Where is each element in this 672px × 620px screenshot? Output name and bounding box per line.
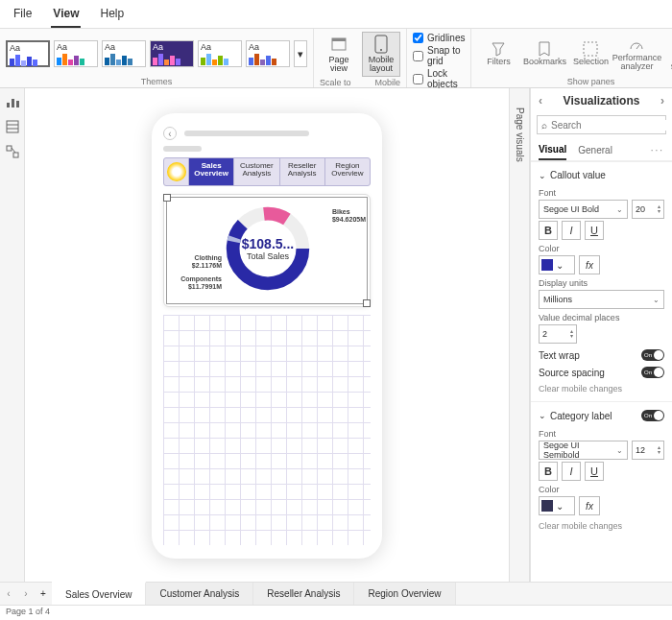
phone-tab-customer[interactable]: Customer Analysis xyxy=(234,158,279,185)
page-tab-region[interactable]: Region Overview xyxy=(354,583,455,605)
label-textwrap: Text wrap xyxy=(539,350,580,361)
mobile-layout-button[interactable]: Mobile layout xyxy=(362,32,400,77)
italic-button[interactable]: I xyxy=(562,221,581,240)
model-view-icon[interactable] xyxy=(5,144,20,159)
clear-mobile-link-2[interactable]: Clear mobile changes xyxy=(539,521,664,531)
format-tab-visual[interactable]: Visual xyxy=(539,140,566,160)
subtitle-placeholder xyxy=(163,146,202,152)
perf-pane-button[interactable]: Performance analyzer xyxy=(615,36,658,73)
sync-pane-button[interactable]: Sync slicers xyxy=(661,36,672,73)
label-font-2: Font xyxy=(539,429,664,439)
back-arrow-icon[interactable]: ‹ xyxy=(163,127,177,140)
gridlines-checkbox[interactable]: Gridlines xyxy=(413,32,465,44)
donut-visual[interactable]: $108.5... Total Sales Bikes$94.6205M Clo… xyxy=(163,194,371,307)
label-units: Display units xyxy=(539,278,664,288)
category-toggle[interactable]: On xyxy=(641,410,664,421)
ribbon: Aa Aa Aa Aa Aa Aa ▾ Themes Page view Mob… xyxy=(0,29,672,88)
category-font-select[interactable]: Segoe UI Semibold⌄ xyxy=(539,441,628,460)
chevron-down-icon: ⌄ xyxy=(556,260,564,271)
filters-pane-button[interactable]: Filters xyxy=(477,39,519,67)
phone-tab-reseller[interactable]: Reseller Analysis xyxy=(280,158,325,185)
callout-fontsize-input[interactable]: 20▴▾ xyxy=(632,200,664,219)
view-mode-rail xyxy=(0,88,25,608)
clear-mobile-link-1[interactable]: Clear mobile changes xyxy=(539,384,664,393)
phone-tab-region[interactable]: Region Overview xyxy=(325,158,370,185)
search-input[interactable] xyxy=(551,120,672,131)
page-indicator: Page 1 of 4 xyxy=(6,607,50,616)
fx-button-2[interactable]: fx xyxy=(579,496,600,515)
theme-thumb-4[interactable]: Aa xyxy=(150,40,194,67)
theme-thumb-6[interactable]: Aa xyxy=(246,40,290,67)
label-color: Color xyxy=(539,244,664,253)
themes-dropdown[interactable]: ▾ xyxy=(294,40,307,67)
bold-button[interactable]: B xyxy=(539,221,558,240)
page-view-button[interactable]: Page view xyxy=(320,32,358,77)
svg-rect-12 xyxy=(7,146,12,151)
donut-value: $108.5... xyxy=(242,236,295,251)
report-view-icon[interactable] xyxy=(5,94,20,109)
bookmarks-pane-button[interactable]: Bookmarks xyxy=(523,39,565,67)
color-swatch xyxy=(541,259,553,271)
phone-tab-logo[interactable] xyxy=(164,158,189,185)
canvas[interactable]: ‹ Sales Overview Customer Analysis Resel… xyxy=(25,88,509,608)
title-placeholder xyxy=(184,131,309,136)
logo-icon xyxy=(167,162,186,181)
textwrap-toggle[interactable]: On xyxy=(641,349,664,361)
page-tab-customer[interactable]: Customer Analysis xyxy=(146,583,253,605)
theme-thumb-5[interactable]: Aa xyxy=(198,40,242,67)
menu-tab-file[interactable]: File xyxy=(12,4,34,28)
phone-tab-sales[interactable]: Sales Overview xyxy=(189,158,234,185)
mobile-layout-icon xyxy=(372,35,391,54)
menu-tab-view[interactable]: View xyxy=(51,4,81,28)
underline-button-2[interactable]: U xyxy=(585,462,604,481)
bookmark-icon xyxy=(536,40,553,58)
menu-tab-help[interactable]: Help xyxy=(98,4,126,28)
section-callout-header[interactable]: ⌄Callout value xyxy=(539,166,664,184)
svg-rect-7 xyxy=(12,99,14,107)
format-tab-general[interactable]: General xyxy=(578,141,612,159)
label-color-2: Color xyxy=(539,485,664,494)
decimals-input[interactable]: 2▴▾ xyxy=(539,324,577,344)
prev-page-button[interactable]: ‹ xyxy=(0,583,17,605)
bold-button-2[interactable]: B xyxy=(539,462,558,481)
pane-collapse-right[interactable]: › xyxy=(660,94,664,107)
category-color-picker[interactable]: ⌄ xyxy=(539,496,575,515)
callout-color-picker[interactable]: ⌄ xyxy=(539,255,575,274)
theme-thumb-2[interactable]: Aa xyxy=(54,40,98,67)
more-options-icon[interactable]: ··· xyxy=(651,145,664,155)
ann-clothing: Clothing$2.1176M xyxy=(168,254,222,269)
callout-font-select[interactable]: Segoe UI Bold⌄ xyxy=(539,200,628,219)
panes-group-label: Show panes xyxy=(567,76,615,87)
svg-line-5 xyxy=(636,45,639,49)
pane-collapse-left[interactable]: ‹ xyxy=(539,94,542,107)
color-swatch-2 xyxy=(541,500,553,512)
chevron-down-icon: ▾ xyxy=(298,48,303,60)
display-units-select[interactable]: Millions⌄ xyxy=(539,290,664,309)
gauge-icon xyxy=(628,36,645,54)
section-category-header[interactable]: ⌄Category labelOn xyxy=(539,406,664,425)
page-visuals-strip[interactable]: Page visuals xyxy=(509,88,530,608)
page-tab-sales[interactable]: Sales Overview xyxy=(52,582,146,605)
add-page-button[interactable]: + xyxy=(35,583,52,605)
spacing-toggle[interactable]: On xyxy=(641,367,664,378)
theme-thumb-1[interactable]: Aa xyxy=(6,40,50,67)
mobile-grid-area[interactable] xyxy=(163,315,371,545)
underline-button[interactable]: U xyxy=(585,221,604,240)
next-page-button[interactable]: › xyxy=(17,583,35,605)
fx-button[interactable]: fx xyxy=(579,255,600,274)
label-spacing: Source spacing xyxy=(539,368,605,378)
category-fontsize-input[interactable]: 12▴▾ xyxy=(632,441,664,460)
vis-title: Visualizations xyxy=(564,94,640,107)
search-box[interactable]: ⌕ xyxy=(537,115,666,134)
selection-pane-button[interactable]: Selection xyxy=(569,39,612,67)
data-view-icon[interactable] xyxy=(5,119,20,134)
svg-rect-8 xyxy=(16,101,19,107)
page-tab-reseller[interactable]: Reseller Analysis xyxy=(253,583,354,605)
italic-button-2[interactable]: I xyxy=(562,462,581,481)
snap-checkbox[interactable]: Snap to grid xyxy=(413,44,465,67)
page-tabs-bar: ‹ › + Sales Overview Customer Analysis R… xyxy=(0,582,672,605)
mobile-preview-frame: ‹ Sales Overview Customer Analysis Resel… xyxy=(152,113,382,559)
theme-thumb-3[interactable]: Aa xyxy=(102,40,146,67)
lock-checkbox[interactable]: Lock objects xyxy=(413,67,465,90)
themes-group-label: Themes xyxy=(141,76,173,87)
